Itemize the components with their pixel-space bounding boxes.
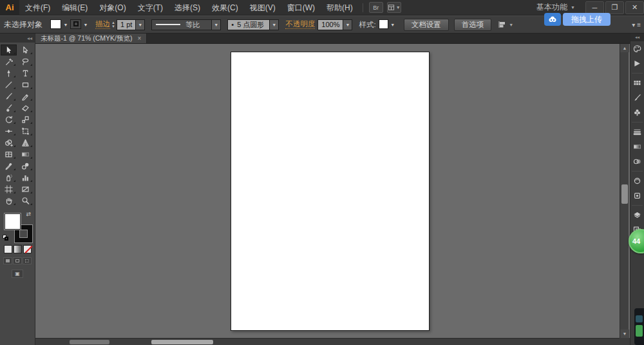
symbols-panel-icon[interactable]: [630, 105, 644, 120]
menu-item-2[interactable]: 对象(O): [93, 0, 131, 15]
menu-item-4[interactable]: 选择(S): [169, 0, 206, 15]
dock-divider: [632, 171, 643, 172]
stroke-width-combo[interactable]: 1 pt ▼: [117, 19, 145, 30]
swap-fill-stroke-icon[interactable]: ⇄: [26, 212, 31, 217]
fill-color-picker[interactable]: ▼: [50, 19, 70, 30]
transparency-panel-icon[interactable]: [630, 154, 644, 169]
netdisk-cloud-icon[interactable]: [544, 13, 561, 26]
eraser-tool[interactable]: [17, 103, 33, 113]
vertical-scrollbar[interactable]: ▲ ▼: [620, 44, 629, 338]
mesh-tool[interactable]: [1, 149, 17, 160]
rotate-tool[interactable]: [1, 114, 17, 125]
document-setup-button[interactable]: 文档设置: [404, 19, 449, 31]
gradient-panel-panel-icon[interactable]: [630, 139, 644, 154]
stroke-color-picker[interactable]: ▼: [70, 19, 90, 30]
maximize-button[interactable]: ❐: [605, 1, 624, 14]
dock-expand-icon[interactable]: ◂◂: [630, 34, 644, 41]
panel-dock: ◂◂: [630, 34, 644, 345]
graphic-styles-panel-icon[interactable]: [630, 188, 644, 203]
gradient-tool[interactable]: [17, 149, 33, 160]
menu-item-3[interactable]: 文字(T): [132, 0, 169, 15]
side-tray-widget[interactable]: [634, 308, 644, 345]
line-segment-tool[interactable]: [1, 79, 17, 90]
pen-tool[interactable]: [1, 68, 17, 79]
selection-tool[interactable]: [1, 44, 17, 55]
align-options[interactable]: ▼: [498, 21, 513, 28]
fill-proxy-swatch[interactable]: [4, 213, 21, 230]
zoom-tool[interactable]: [17, 195, 33, 206]
color-guide-panel-icon[interactable]: [630, 56, 644, 71]
opacity-panel-link[interactable]: 不透明度: [285, 20, 315, 29]
appearance-panel-icon[interactable]: [630, 173, 644, 188]
slice-tool[interactable]: [17, 184, 33, 195]
stroke-width-value: 1 pt: [117, 19, 136, 30]
artboard-tool[interactable]: [1, 184, 17, 195]
minimize-button[interactable]: ─: [585, 1, 604, 14]
color-panel-icon[interactable]: [630, 41, 644, 56]
vertical-scroll-thumb[interactable]: [621, 184, 628, 204]
menu-item-6[interactable]: 视图(V): [244, 0, 281, 15]
shape-builder-tool[interactable]: [1, 137, 17, 148]
tab-close-icon[interactable]: ×: [138, 35, 142, 42]
stroke-panel-icon[interactable]: [630, 124, 644, 139]
draw-normal-button[interactable]: [3, 257, 12, 264]
scroll-down-icon[interactable]: ▼: [620, 330, 629, 338]
canvas-area[interactable]: [35, 44, 630, 338]
symbol-sprayer-tool[interactable]: [1, 172, 17, 183]
brush-definition-combo[interactable]: • 5 点圆形 ▼: [227, 19, 279, 30]
status-bar-segment: [70, 340, 109, 344]
eyedropper-tool[interactable]: [1, 161, 17, 172]
menu-item-0[interactable]: 文件(F): [19, 0, 56, 15]
tools-panel-header[interactable]: ◂◂: [0, 34, 35, 43]
column-graph-tool[interactable]: [17, 172, 33, 183]
hand-tool[interactable]: [1, 195, 17, 206]
default-fill-stroke-icon[interactable]: [3, 235, 9, 241]
lasso-tool[interactable]: [17, 56, 33, 67]
type-tool[interactable]: [17, 68, 33, 79]
workspace-switcher[interactable]: 基本功能 ▼: [536, 2, 575, 13]
document-tab[interactable]: 未标题-1 @ 71% (CMYK/预览) ×: [35, 34, 147, 43]
menu-item-5[interactable]: 效果(C): [206, 0, 244, 15]
free-transform-tool[interactable]: [17, 126, 33, 137]
layers-panel-icon[interactable]: [630, 208, 644, 222]
pencil-tool[interactable]: [17, 91, 33, 102]
gradient-paint-button[interactable]: [14, 245, 22, 253]
menu-item-7[interactable]: 窗口(W): [281, 0, 321, 15]
swatches-panel-icon[interactable]: [630, 75, 644, 90]
scroll-up-icon[interactable]: ▲: [620, 44, 629, 52]
scale-tool[interactable]: [17, 114, 33, 125]
preferences-button[interactable]: 首选项: [454, 19, 492, 31]
stroke-profile-combo[interactable]: 等比 ▼: [151, 19, 221, 30]
bridge-icon[interactable]: Br: [369, 2, 383, 13]
screen-mode-button[interactable]: ▣: [12, 270, 23, 278]
direct-selection-tool[interactable]: [17, 44, 33, 55]
panel-menu-icon[interactable]: ▾ ≡: [632, 21, 641, 28]
style-picker[interactable]: ▼: [379, 19, 397, 30]
blob-brush-tool[interactable]: [1, 103, 17, 113]
horizontal-scrollbar[interactable]: [35, 338, 620, 345]
draw-behind-button[interactable]: [13, 257, 22, 264]
magic-wand-tool[interactable]: [1, 56, 17, 67]
menu-item-8[interactable]: 帮助(H): [321, 0, 359, 15]
artboard[interactable]: [231, 52, 430, 331]
paintbrush-tool[interactable]: [1, 91, 17, 102]
opacity-combo[interactable]: 100% ▼: [317, 19, 352, 30]
blend-tool[interactable]: [17, 161, 33, 172]
none-paint-button[interactable]: [23, 245, 32, 253]
menu-item-1[interactable]: 编辑(E): [56, 0, 93, 15]
width-tool[interactable]: [1, 126, 17, 137]
rectangle-tool[interactable]: [17, 79, 33, 90]
stroke-width-stepper[interactable]: ▲▼: [111, 21, 115, 28]
close-button[interactable]: ✕: [625, 1, 644, 14]
draw-inside-button[interactable]: [23, 257, 32, 264]
dock-divider: [632, 122, 643, 123]
fill-stroke-control: ⇄: [3, 212, 32, 242]
arrange-documents-icon[interactable]: ▼: [387, 2, 401, 13]
color-paint-button[interactable]: [4, 245, 12, 253]
drag-upload-button[interactable]: 拖拽上传: [563, 13, 611, 26]
brushes-panel-icon[interactable]: [630, 90, 644, 105]
horizontal-scroll-thumb[interactable]: [151, 340, 213, 344]
perspective-grid-tool[interactable]: [17, 137, 33, 148]
app-logo-icon[interactable]: Ai: [0, 0, 19, 15]
stroke-panel-link[interactable]: 描边: [95, 20, 110, 29]
